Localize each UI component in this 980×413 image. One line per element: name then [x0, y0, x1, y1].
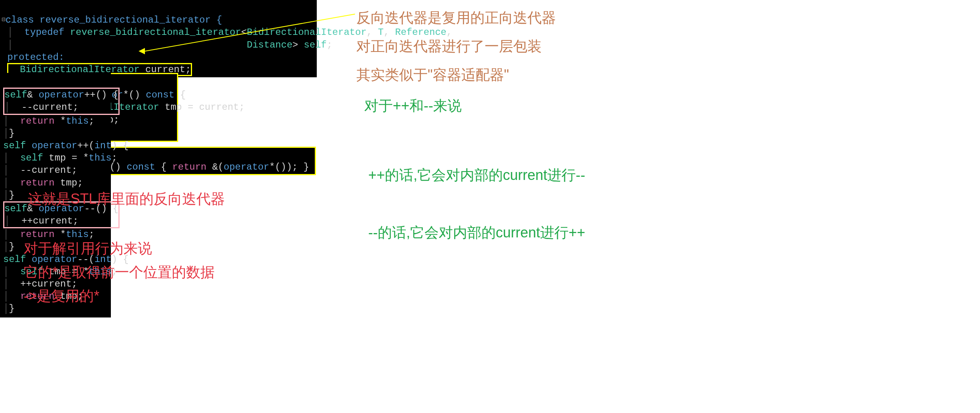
code-block-class-decl: ⊟class reverse_bidirectional_iterator { … [0, 0, 317, 77]
class-line: class reverse_bidirectional_iterator { [6, 15, 222, 25]
annotation-red-1: 这就是STL库里面的反向迭代器 [28, 188, 225, 210]
annotation-green-2: ++的话,它会对内部的current进行-- [368, 164, 585, 186]
annotation-green-1: 对于++和--来说 [364, 95, 462, 117]
annotation-green-3: --的话,它会对内部的current进行++ [368, 222, 585, 243]
annotation-brown-1: 反向迭代器是复用的正向迭代器 [356, 7, 556, 29]
annotation-brown-3: 其实类似于"容器适配器" [356, 64, 509, 86]
annotation-red-3: 它的*是取得前一个位置的数据 [24, 262, 215, 283]
annotation-red-2: 对于解引用行为来说 [24, 238, 152, 259]
operator-plusplus-highlight: self& operator++() { │ --current; [3, 88, 120, 115]
annotation-red-4: ->是复用的* [24, 285, 99, 307]
arrow-head-icon [139, 48, 145, 54]
annotation-brown-2: 对正向迭代器进行了一层包装 [356, 36, 542, 57]
